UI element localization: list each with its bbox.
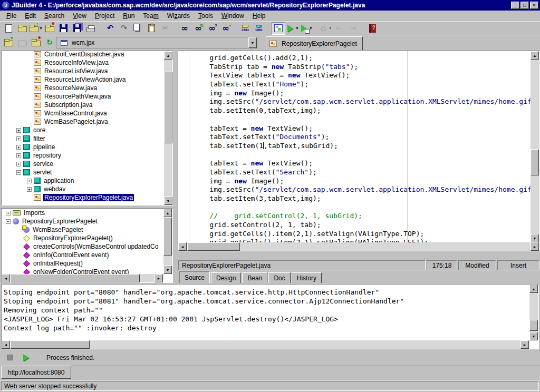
scroll-left-icon[interactable]: ◄ [2, 274, 10, 282]
project-tree-item[interactable]: ResourceListView.java [2, 67, 172, 75]
scroll-down-icon[interactable]: ▼ [531, 234, 539, 242]
scroll-up-icon[interactable]: ▲ [531, 51, 539, 60]
toggle-curtain-button[interactable] [272, 22, 285, 35]
menu-project[interactable]: Project [91, 11, 119, 21]
code-line[interactable]: tabText.setText("Documents"); [193, 133, 529, 142]
code-line[interactable]: tabText.setText("Home"); [193, 80, 529, 89]
project-tree-item[interactable]: +core [2, 126, 172, 134]
minimize-icon[interactable] [511, 2, 519, 9]
tab-doc[interactable]: Doc [268, 272, 290, 283]
expand-icon[interactable]: + [16, 136, 21, 141]
collapse-icon[interactable]: − [16, 170, 21, 175]
scroll-left-icon[interactable]: ◄ [178, 242, 187, 251]
structure-tree-item[interactable]: onInfo(ControlEvent event) [2, 251, 172, 259]
project-tree-item[interactable]: +webdav [2, 185, 172, 193]
menu-search[interactable]: Search [40, 11, 69, 21]
run-process-button[interactable] [20, 352, 32, 364]
tab-design[interactable]: Design [211, 272, 241, 283]
print-button[interactable] [84, 22, 98, 35]
chevron-down-icon[interactable]: ▼ [295, 26, 299, 30]
project-properties-button[interactable]: 1001 [238, 22, 252, 35]
save-all-button[interactable] [70, 22, 84, 35]
code-line[interactable]: img.setSrc("/servlet/com.sap.wcm.servlet… [193, 185, 529, 194]
expand-icon[interactable]: + [16, 145, 21, 150]
tab-source[interactable]: Source [179, 271, 210, 283]
structure-vscrollbar[interactable]: ▲ ▼ [163, 209, 172, 274]
refresh-project-button[interactable]: ↻ [43, 36, 56, 49]
project-tree-item[interactable]: ResourceListViewAction.java [2, 75, 172, 84]
chevron-down-icon[interactable]: ▼ [309, 26, 313, 30]
code-editor[interactable]: grid.getCells().add(2,1); TabStrip tab =… [178, 51, 540, 251]
project-tree-item[interactable]: +filter [2, 134, 172, 143]
structure-tree-item[interactable]: onInitialRequest() [2, 259, 172, 268]
tab-localhost[interactable]: http://localhost:8080 [1, 366, 71, 379]
project-tree-item[interactable]: ResourceNew.java [2, 84, 172, 92]
vertical-splitter[interactable] [173, 51, 178, 283]
code-line[interactable] [193, 203, 529, 212]
chevron-down-icon[interactable]: ▼ [248, 37, 257, 48]
code-line[interactable]: img.setSrc("/servlet/com.sap.wcm.servlet… [193, 97, 529, 106]
code-line[interactable]: img = new Image(); [193, 177, 529, 186]
close-icon[interactable] [530, 2, 538, 9]
project-tree-scrollbar[interactable]: ▲ ▼ [164, 51, 173, 205]
chevron-down-icon[interactable]: ▼ [39, 26, 43, 30]
scrollbar-thumb[interactable] [11, 274, 140, 282]
browse-symbol-button[interactable]: ▪∞ [219, 22, 233, 35]
find-button[interactable]: ∞ [178, 22, 191, 35]
project-tree-item[interactable]: ControlEventDispatcher.java [2, 51, 172, 58]
menu-window[interactable]: Window [217, 11, 248, 21]
stop-process-button[interactable] [4, 352, 16, 364]
file-tab[interactable]: RepositoryExplorerPagelet [266, 36, 363, 50]
console-vscrollbar[interactable]: ▲ ▼ [529, 285, 538, 340]
project-tree-item[interactable]: −servlet [2, 168, 172, 177]
code-line[interactable] [193, 115, 529, 124]
reopen-file-button[interactable]: ↑▼ [29, 22, 43, 35]
structure-tree-item[interactable]: RepositoryExplorerPagelet() [2, 234, 172, 242]
scrollbar-thumb[interactable] [187, 242, 240, 251]
scroll-down-icon[interactable]: ▼ [163, 266, 172, 274]
expand-icon[interactable]: + [27, 187, 32, 192]
run-button[interactable]: ▼ [285, 22, 299, 35]
console-hscrollbar[interactable]: ◄ ► [2, 340, 529, 349]
project-tree-item[interactable]: RepositoryExplorerPagelet.java [2, 193, 172, 202]
project-tree-item[interactable]: WcmBaseControl.java [2, 109, 172, 117]
project-tree-item[interactable]: Subscription.java [2, 101, 172, 109]
open-file-button[interactable] [15, 22, 29, 35]
project-tree-item[interactable]: +application [2, 177, 172, 185]
scroll-right-icon[interactable]: ► [155, 274, 163, 282]
scroll-up-icon[interactable]: ▲ [164, 51, 172, 60]
add-file-button[interactable] [43, 22, 56, 35]
expand-icon[interactable]: + [27, 179, 32, 183]
menu-edit[interactable]: Edit [21, 11, 40, 21]
code-line[interactable]: TextView tabText = new TextView(); [193, 71, 529, 80]
code-line[interactable] [193, 151, 529, 160]
code-line[interactable]: grid.setControl(2, 1, tab); [193, 221, 529, 230]
maximize-icon[interactable] [520, 2, 529, 9]
scrollbar-thumb[interactable] [11, 340, 90, 349]
structure-tree-item[interactable]: createControls(WcmBaseControl updatedCo [2, 242, 172, 251]
tab-history[interactable]: History [292, 272, 322, 283]
paste-button[interactable] [144, 22, 158, 35]
tab-bean[interactable]: Bean [242, 272, 267, 283]
expand-icon[interactable]: + [16, 128, 21, 133]
scroll-down-icon[interactable]: ▼ [529, 332, 538, 340]
project-selector[interactable]: wcm.jpx ▼ [56, 37, 257, 48]
code-line[interactable]: img = new Image(); [193, 89, 529, 98]
menu-team[interactable]: Team [139, 11, 162, 21]
expand-icon[interactable]: + [16, 162, 21, 166]
scroll-down-icon[interactable]: ▼ [164, 197, 172, 205]
editor-hscrollbar[interactable]: ◄ ► [178, 242, 539, 251]
scroll-up-icon[interactable]: ▲ [529, 285, 538, 293]
menu-tools[interactable]: Tools [194, 11, 217, 21]
project-tree-item[interactable]: WcmBasePagelet.java [2, 117, 172, 126]
project-tree-item[interactable]: +service [2, 160, 172, 168]
menu-wizards[interactable]: Wizards [163, 11, 194, 21]
expand-icon[interactable]: + [6, 211, 11, 215]
debug-button[interactable]: ▼ [299, 22, 313, 35]
undo-button[interactable]: ↶ [103, 22, 117, 35]
save-file-button[interactable] [56, 22, 70, 35]
structure-tree-item[interactable]: −RepositoryExplorerPagelet [2, 217, 172, 226]
menu-view[interactable]: View [69, 11, 91, 21]
open-project-button[interactable]: ▼ [2, 36, 15, 49]
expand-icon[interactable]: + [16, 153, 21, 158]
